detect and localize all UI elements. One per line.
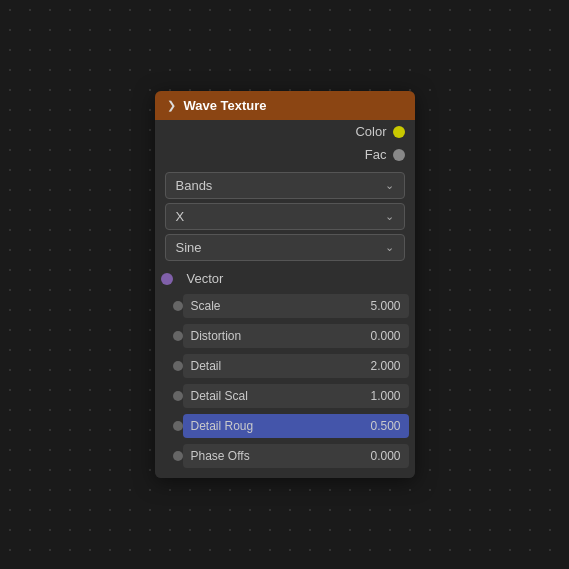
- detail-field[interactable]: Detail 2.000: [183, 354, 409, 378]
- distortion-socket[interactable]: [173, 331, 183, 341]
- scale-value: 5.000: [370, 299, 400, 313]
- type-dropdown[interactable]: Bands ⌄: [165, 172, 405, 199]
- vector-socket[interactable]: [161, 273, 173, 285]
- wave-texture-node: ❯ Wave Texture Color Fac Bands ⌄ X ⌄ Sin…: [155, 91, 415, 478]
- output-fac-label: Fac: [365, 147, 387, 162]
- output-color-label: Color: [355, 124, 386, 139]
- distortion-socket-area: [155, 331, 183, 341]
- detail-scale-value: 1.000: [370, 389, 400, 403]
- output-fac-row: Fac: [155, 143, 415, 166]
- direction-dropdown-arrow: ⌄: [385, 210, 394, 223]
- profile-dropdown-label: Sine: [176, 240, 202, 255]
- phase-offset-field[interactable]: Phase Offs 0.000: [183, 444, 409, 468]
- profile-dropdown-arrow: ⌄: [385, 241, 394, 254]
- distortion-label: Distortion: [191, 329, 242, 343]
- node-title: Wave Texture: [184, 98, 267, 113]
- param-row-detail-scale: Detail Scal 1.000: [155, 382, 415, 410]
- scale-label: Scale: [191, 299, 221, 313]
- detail-socket[interactable]: [173, 361, 183, 371]
- param-row-scale: Scale 5.000: [155, 292, 415, 320]
- node-body: Color Fac Bands ⌄ X ⌄ Sine ⌄ Vector: [155, 120, 415, 478]
- detail-roughness-label: Detail Roug: [191, 419, 254, 433]
- detail-scale-socket[interactable]: [173, 391, 183, 401]
- vector-label: Vector: [183, 271, 224, 286]
- param-rows: Scale 5.000 Distortion 0.000: [155, 290, 415, 478]
- param-row-detail: Detail 2.000: [155, 352, 415, 380]
- param-row-distortion: Distortion 0.000: [155, 322, 415, 350]
- detail-label: Detail: [191, 359, 222, 373]
- detail-roughness-value: 0.500: [370, 419, 400, 433]
- phase-offset-value: 0.000: [370, 449, 400, 463]
- phase-offset-socket-area: [155, 451, 183, 461]
- collapse-arrow[interactable]: ❯: [167, 99, 176, 112]
- detail-scale-field[interactable]: Detail Scal 1.000: [183, 384, 409, 408]
- type-dropdown-arrow: ⌄: [385, 179, 394, 192]
- param-row-detail-roughness: Detail Roug 0.500: [155, 412, 415, 440]
- output-color-socket[interactable]: [393, 126, 405, 138]
- node-header: ❯ Wave Texture: [155, 91, 415, 120]
- phase-offset-label: Phase Offs: [191, 449, 250, 463]
- detail-scale-socket-area: [155, 391, 183, 401]
- scale-field[interactable]: Scale 5.000: [183, 294, 409, 318]
- type-dropdown-label: Bands: [176, 178, 213, 193]
- profile-dropdown[interactable]: Sine ⌄: [165, 234, 405, 261]
- param-row-phase-offset: Phase Offs 0.000: [155, 442, 415, 470]
- detail-roughness-socket[interactable]: [173, 421, 183, 431]
- detail-roughness-field[interactable]: Detail Roug 0.500: [183, 414, 409, 438]
- distortion-field[interactable]: Distortion 0.000: [183, 324, 409, 348]
- vector-input-row: Vector: [155, 267, 415, 290]
- phase-offset-socket[interactable]: [173, 451, 183, 461]
- direction-dropdown[interactable]: X ⌄: [165, 203, 405, 230]
- output-color-row: Color: [155, 120, 415, 143]
- detail-socket-area: [155, 361, 183, 371]
- detail-scale-label: Detail Scal: [191, 389, 248, 403]
- dropdown-section: Bands ⌄ X ⌄ Sine ⌄: [155, 166, 415, 267]
- scale-socket-area: [155, 301, 183, 311]
- detail-roughness-socket-area: [155, 421, 183, 431]
- distortion-value: 0.000: [370, 329, 400, 343]
- direction-dropdown-label: X: [176, 209, 185, 224]
- output-fac-socket[interactable]: [393, 149, 405, 161]
- scale-socket[interactable]: [173, 301, 183, 311]
- detail-value: 2.000: [370, 359, 400, 373]
